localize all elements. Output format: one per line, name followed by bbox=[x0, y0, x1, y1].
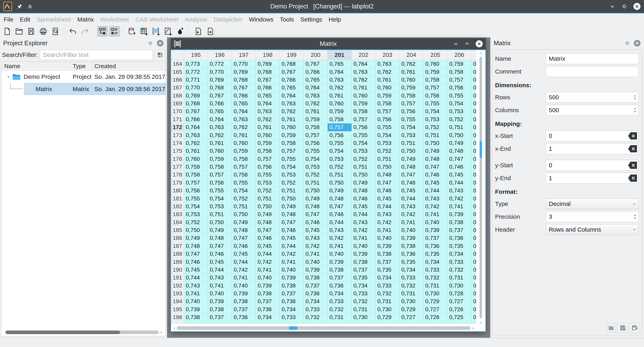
matrix-cell[interactable]: 0,766 bbox=[280, 76, 304, 84]
matrix-cell[interactable]: 0,733 bbox=[352, 290, 376, 298]
matrix-cell[interactable]: 0,752 bbox=[328, 163, 352, 171]
matrix-cell[interactable]: 0,762 bbox=[184, 139, 208, 147]
matrix-cell[interactable]: 0,751 bbox=[280, 187, 304, 195]
matrix-cell[interactable]: 0,743 bbox=[184, 282, 208, 290]
matrix-cell[interactable]: 0,762 bbox=[232, 123, 256, 131]
matrix-cell[interactable]: 0,756 bbox=[400, 108, 424, 115]
menu-edit[interactable]: Edit bbox=[16, 13, 34, 25]
matrix-row-header-185[interactable]: 185 bbox=[171, 226, 184, 234]
matrix-cell[interactable]: 0,748 bbox=[400, 163, 424, 171]
matrix-row-header-181[interactable]: 181 bbox=[171, 195, 184, 202]
new-workbook-button[interactable] bbox=[126, 26, 138, 37]
matrix-cell[interactable]: 0,759 bbox=[448, 60, 471, 68]
matrix-cell[interactable]: 0,736 bbox=[232, 314, 256, 321]
matrix-cell[interactable]: 0,767 bbox=[256, 76, 280, 84]
matrix-cell[interactable]: 0,740 bbox=[256, 274, 280, 282]
matrix-cell[interactable]: 0,764 bbox=[280, 92, 304, 100]
matrix-cell[interactable]: 0,742 bbox=[400, 211, 424, 218]
rows-spinbox[interactable] bbox=[546, 92, 638, 103]
matrix-cell[interactable]: 0,731 bbox=[424, 282, 448, 290]
matrix-cell[interactable]: 0,742 bbox=[352, 226, 376, 234]
matrix-cell[interactable]: 0,748 bbox=[376, 171, 400, 179]
name-field[interactable] bbox=[546, 53, 638, 64]
matrix-cell[interactable]: 0,739 bbox=[448, 211, 471, 218]
matrix-cell[interactable]: 0,759 bbox=[304, 116, 328, 123]
matrix-cell[interactable]: 0,761 bbox=[376, 76, 400, 84]
matrix-cell-partial[interactable]: 0, bbox=[471, 179, 476, 187]
matrix-cell[interactable]: 0,739 bbox=[328, 258, 352, 266]
matrix-cell[interactable]: 0,727 bbox=[448, 298, 471, 305]
matrix-column-header-204[interactable]: 204 bbox=[400, 50, 424, 60]
matrix-cell[interactable]: 0,744 bbox=[352, 211, 376, 218]
matrix-window-titlebar[interactable]: Matrix bbox=[171, 38, 486, 49]
matrix-cell[interactable]: 0,760 bbox=[352, 92, 376, 100]
menu-cas-worksheet[interactable]: CAS Worksheet bbox=[132, 13, 182, 25]
matrix-cell[interactable]: 0,753 bbox=[448, 108, 471, 115]
matrix-cell[interactable]: 0,751 bbox=[376, 155, 400, 163]
matrix-cell[interactable]: 0,749 bbox=[448, 139, 471, 147]
matrix-cell[interactable]: 0,760 bbox=[328, 100, 352, 108]
matrix-cell[interactable]: 0,736 bbox=[424, 242, 448, 250]
matrix-cell[interactable]: 0,749 bbox=[352, 179, 376, 187]
matrix-row-header-183[interactable]: 183 bbox=[171, 211, 184, 218]
matrix-cell[interactable]: 0,750 bbox=[424, 139, 448, 147]
matrix-hscrollbar-thumb[interactable] bbox=[289, 326, 298, 330]
matrix-column-header-200[interactable]: 200 bbox=[304, 50, 328, 60]
matrix-cell[interactable]: 0,758 bbox=[328, 116, 352, 123]
matrix-cell[interactable]: 0,744 bbox=[328, 219, 352, 226]
matrix-cell[interactable]: 0,757 bbox=[304, 131, 328, 139]
matrix-cell[interactable]: 0,758 bbox=[232, 155, 256, 163]
matrix-cell[interactable]: 0,750 bbox=[280, 195, 304, 202]
matrix-cell[interactable]: 0,753 bbox=[208, 203, 232, 211]
matrix-cell[interactable]: 0,740 bbox=[280, 266, 304, 274]
matrix-cell[interactable]: 0,741 bbox=[232, 274, 256, 282]
matrix-cell[interactable]: 0,747 bbox=[232, 234, 256, 242]
matrix-cell[interactable]: 0,749 bbox=[184, 234, 208, 242]
matrix-cell[interactable]: 0,752 bbox=[376, 147, 400, 155]
matrix-cell[interactable]: 0,756 bbox=[232, 171, 256, 179]
matrix-cell[interactable]: 0,758 bbox=[448, 68, 471, 76]
matrix-cell[interactable]: 0,758 bbox=[304, 123, 328, 131]
matrix-cell[interactable]: 0,750 bbox=[400, 147, 424, 155]
matrix-row-header-167[interactable]: 167 bbox=[171, 84, 184, 92]
matrix-cell[interactable]: 0,745 bbox=[280, 234, 304, 242]
matrix-cell-partial[interactable]: 0, bbox=[471, 274, 476, 282]
matrix-cell[interactable]: 0,757 bbox=[424, 84, 448, 92]
matrix-row-header-177[interactable]: 177 bbox=[171, 163, 184, 171]
matrix-cell[interactable]: 0,764 bbox=[304, 84, 328, 92]
matrix-cell-partial[interactable]: 0, bbox=[471, 68, 476, 76]
matrix-cell[interactable]: 0,753 bbox=[352, 147, 376, 155]
matrix-cell[interactable]: 0,731 bbox=[376, 298, 400, 305]
matrix-cell[interactable]: 0,759 bbox=[328, 108, 352, 115]
matrix-cell[interactable]: 0,736 bbox=[448, 234, 471, 242]
matrix-cell[interactable]: 0,751 bbox=[328, 171, 352, 179]
matrix-row-header-176[interactable]: 176 bbox=[171, 155, 184, 163]
matrix-cell[interactable]: 0,746 bbox=[280, 226, 304, 234]
matrix-cell-partial[interactable]: 0, bbox=[471, 171, 476, 179]
matrix-cell[interactable]: 0,734 bbox=[328, 290, 352, 298]
matrix-cell[interactable]: 0,739 bbox=[376, 242, 400, 250]
matrix-cell[interactable]: 0,735 bbox=[400, 258, 424, 266]
matrix-cell[interactable]: 0,749 bbox=[304, 195, 328, 202]
matrix-row-header-186[interactable]: 186 bbox=[171, 234, 184, 242]
matrix-cell[interactable]: 0,771 bbox=[184, 76, 208, 84]
matrix-cell[interactable]: 0,749 bbox=[280, 203, 304, 211]
matrix-cell[interactable]: 0,740 bbox=[328, 250, 352, 258]
matrix-cell[interactable]: 0,747 bbox=[184, 250, 208, 258]
matrix-cell[interactable]: 0,759 bbox=[184, 163, 208, 171]
matrix-cell[interactable]: 0,736 bbox=[328, 282, 352, 290]
matrix-cell[interactable]: 0,734 bbox=[304, 298, 328, 305]
matrix-cell-partial[interactable]: 0, bbox=[471, 282, 476, 290]
matrix-cell[interactable]: 0,766 bbox=[208, 100, 232, 108]
matrix-cell[interactable]: 0,769 bbox=[184, 92, 208, 100]
matrix-cell[interactable]: 0,738 bbox=[232, 298, 256, 305]
matrix-cell[interactable]: 0,738 bbox=[304, 274, 328, 282]
matrix-cell-partial[interactable]: 0, bbox=[471, 155, 476, 163]
matrix-cell[interactable]: 0,751 bbox=[232, 203, 256, 211]
matrix-cell[interactable]: 0,761 bbox=[304, 108, 328, 115]
matrix-cell[interactable]: 0,754 bbox=[328, 147, 352, 155]
matrix-cell[interactable]: 0,741 bbox=[256, 266, 280, 274]
matrix-cell[interactable]: 0,769 bbox=[256, 60, 280, 68]
matrix-cell[interactable]: 0,748 bbox=[352, 187, 376, 195]
matrix-cell[interactable]: 0,763 bbox=[232, 116, 256, 123]
